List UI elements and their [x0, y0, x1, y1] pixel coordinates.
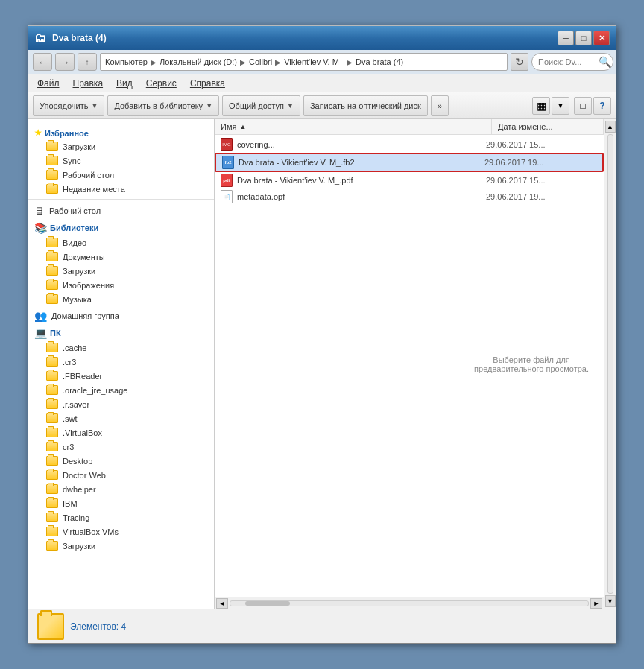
address-bar[interactable]: Компьютер ▶ Локальный диск (D:) ▶ Colibr… — [100, 53, 508, 71]
sidebar: ★ Избранное Загрузки Sync Рабочий стол — [28, 119, 215, 609]
sidebar-item-label: .VirtualBox — [63, 428, 102, 437]
folder-icon — [46, 399, 58, 409]
folder-icon — [46, 484, 58, 494]
crumb-colibri[interactable]: Colibri — [249, 57, 272, 66]
forward-button[interactable]: → — [55, 53, 75, 71]
status-bar: Элементов: 4 — [28, 609, 616, 643]
crumb-computer[interactable]: Компьютер — [105, 57, 148, 66]
view-buttons: ▦ ▼ □ ? — [532, 97, 611, 115]
folder-icon — [46, 428, 58, 437]
menu-service[interactable]: Сервис — [140, 77, 183, 90]
sidebar-item-oracle[interactable]: .oracle_jre_usage — [28, 383, 214, 397]
col-name[interactable]: Имя ▲ — [215, 119, 492, 134]
favorites-header[interactable]: ★ Избранное — [28, 125, 214, 139]
scrollbar-thumb[interactable] — [245, 601, 290, 606]
sidebar-item-downloads[interactable]: Загрузки — [28, 139, 214, 153]
organize-label: Упорядочить — [40, 101, 88, 110]
help-button[interactable]: ? — [593, 97, 611, 115]
sidebar-item-cache[interactable]: .cache — [28, 340, 214, 355]
sidebar-item-downloads3[interactable]: Загрузки — [28, 539, 214, 553]
sidebar-item-rsaver[interactable]: .r.saver — [28, 397, 214, 411]
close-button[interactable]: ✕ — [593, 31, 610, 45]
sidebar-item-label: Видео — [63, 238, 86, 247]
refresh-button[interactable]: ↻ — [511, 53, 528, 71]
minimize-button[interactable]: ─ — [558, 31, 574, 45]
menu-bar: Файл Правка Вид Сервис Справка — [28, 74, 616, 92]
sidebar-item-cr3a[interactable]: .cr3 — [28, 355, 214, 369]
sidebar-item-desktop[interactable]: Рабочий стол — [28, 168, 214, 182]
folder-icon — [46, 238, 58, 247]
menu-help[interactable]: Справка — [184, 77, 231, 90]
title-bar: 🗂 Dva brata (4) ─ □ ✕ — [28, 26, 616, 50]
sidebar-item-desktop3[interactable]: Desktop — [28, 454, 214, 468]
sidebar-item-docs[interactable]: Документы — [28, 250, 214, 264]
library-arrow: ▼ — [206, 102, 212, 110]
scroll-left-button[interactable]: ◄ — [216, 598, 228, 609]
file-icon-pdf: pdf — [221, 174, 233, 187]
sidebar-item-doctorweb[interactable]: Doctor Web — [28, 468, 214, 482]
sidebar-item-label: Загрузки — [63, 267, 95, 276]
organize-button[interactable]: Упорядочить ▼ — [33, 95, 104, 116]
col-date[interactable]: Дата измене... — [492, 119, 604, 134]
back-button[interactable]: ← — [33, 53, 52, 71]
up-button[interactable]: ↑ — [78, 53, 97, 71]
library-button[interactable]: Добавить в библиотеку ▼ — [107, 95, 219, 116]
sidebar-item-recent[interactable]: Недавние места — [28, 182, 214, 196]
sidebar-item-label: Sync — [63, 156, 80, 165]
organize-arrow: ▼ — [91, 102, 98, 110]
favorites-label: Избранное — [45, 129, 89, 138]
vertical-scrollbar: ▲ ▼ — [604, 119, 616, 609]
share-button[interactable]: Общий доступ ▼ — [222, 95, 300, 116]
maximize-button[interactable]: □ — [575, 31, 592, 45]
burn-label: Записать на оптический диск — [310, 101, 421, 110]
sidebar-item-swt[interactable]: .swt — [28, 411, 214, 425]
sidebar-item-cr3b[interactable]: cr3 — [28, 440, 214, 454]
sidebar-item-tracing[interactable]: Tracing — [28, 510, 214, 524]
scroll-up-button[interactable]: ▲ — [605, 121, 616, 133]
libraries-header[interactable]: 📚 Библиотеки — [28, 219, 214, 235]
sidebar-item-fbreader[interactable]: .FBReader — [28, 369, 214, 383]
preview-area: Выберите файл дляпредварительного просмо… — [474, 355, 589, 373]
search-area: 🔍 — [531, 53, 611, 71]
sidebar-item-desktop2[interactable]: 🖥 Рабочий стол — [28, 203, 214, 219]
view-details-button[interactable]: ▦ — [532, 97, 550, 115]
pc-label: ПК — [50, 329, 61, 337]
sidebar-item-virtualboxvms[interactable]: VirtualBox VMs — [28, 524, 214, 539]
menu-view[interactable]: Вид — [110, 77, 139, 90]
sidebar-item-sync[interactable]: Sync — [28, 153, 214, 168]
scroll-right-button[interactable]: ► — [590, 598, 602, 609]
file-item[interactable]: pdf Dva brata - Vikient'iev V. M_.pdf 29… — [215, 172, 604, 188]
crumb-vikient[interactable]: Vikient'iev V. M_ — [284, 57, 344, 66]
crumb-disk[interactable]: Локальный диск (D:) — [160, 57, 237, 66]
menu-edit[interactable]: Правка — [67, 77, 110, 90]
scrollbar-area: ◄ ► — [215, 597, 604, 609]
menu-file[interactable]: Файл — [31, 77, 66, 90]
scrollbar-track[interactable] — [230, 600, 589, 606]
file-item[interactable]: IMG covering... 29.06.2017 15... — [215, 136, 604, 153]
vscroll-track[interactable] — [607, 134, 613, 594]
sidebar-item-virtualbox[interactable]: .VirtualBox — [28, 425, 214, 440]
more-button[interactable]: » — [431, 95, 449, 116]
sidebar-item-homegroup[interactable]: 👥 Домашняя группа — [28, 308, 214, 324]
sidebar-item-dwhelper[interactable]: dwhelper — [28, 482, 214, 496]
sidebar-item-label: Музыка — [63, 295, 92, 304]
burn-button[interactable]: Записать на оптический диск — [303, 95, 428, 116]
file-date: 29.06.2017 19... — [484, 158, 596, 167]
view-toggle-button[interactable]: □ — [574, 97, 592, 115]
sidebar-item-music[interactable]: Музыка — [28, 292, 214, 306]
address-area: ← → ↑ Компьютер ▶ Локальный диск (D:) ▶ … — [28, 50, 616, 74]
view-arrow-button[interactable]: ▼ — [552, 97, 569, 115]
sidebar-item-label: Загрузки — [63, 142, 95, 151]
pc-header[interactable]: 💻 ПК — [28, 324, 214, 340]
sidebar-item-ibm[interactable]: IBM — [28, 496, 214, 510]
sidebar-item-downloads2[interactable]: Загрузки — [28, 264, 214, 278]
crumb-folder[interactable]: Dva brata (4) — [356, 57, 403, 66]
file-item[interactable]: 📄 metadata.opf 29.06.2017 19... — [215, 188, 604, 205]
scroll-down-button[interactable]: ▼ — [605, 595, 616, 607]
file-item-selected[interactable]: fb2 Dva brata - Vikient'iev V. M_.fb2 29… — [215, 153, 604, 172]
folder-icon — [46, 442, 58, 451]
folder-icon — [46, 294, 58, 304]
sidebar-item-video[interactable]: Видео — [28, 235, 214, 250]
sidebar-item-images[interactable]: Изображения — [28, 278, 214, 292]
sidebar-item-label: cr3 — [63, 443, 74, 451]
